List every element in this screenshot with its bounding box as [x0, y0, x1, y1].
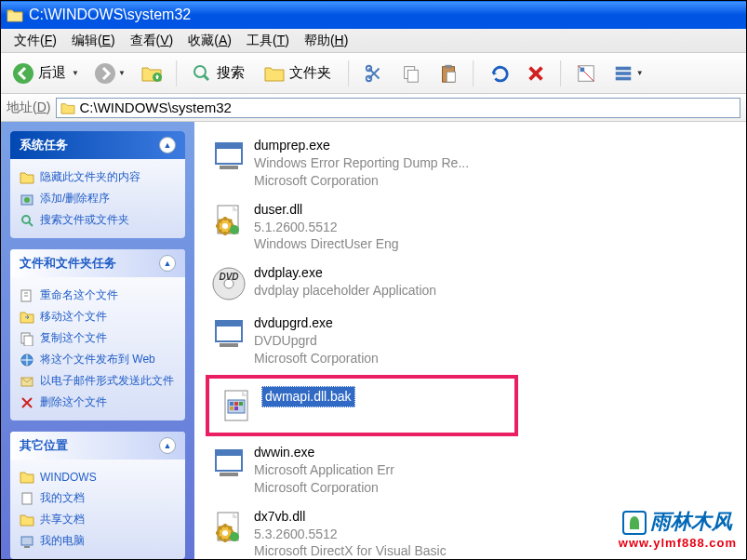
address-bar: 地址(D) C:\WINDOWS\system32 — [1, 94, 746, 122]
file-name: dwwin.exe — [254, 444, 394, 461]
paste-button[interactable] — [432, 59, 465, 88]
menu-file[interactable]: 文件(F) — [7, 31, 64, 51]
file-description: Windows Error Reporting Dump Re... — [254, 154, 469, 172]
search-button[interactable]: 搜索 — [185, 59, 254, 88]
folders-label: 文件夹 — [289, 64, 331, 82]
panel-header[interactable]: 文件和文件夹任务 ▲ — [10, 249, 185, 277]
task-add-remove-programs[interactable]: 添加/删除程序 — [20, 188, 176, 209]
task-rename[interactable]: 重命名这个文件 — [20, 285, 176, 306]
file-description: dvdplay placeholder Application — [254, 282, 436, 300]
svg-point-32 — [222, 223, 228, 229]
window-title: C:\WINDOWS\system32 — [29, 7, 191, 23]
svg-rect-39 — [220, 343, 238, 347]
task-move[interactable]: 移动这个文件 — [20, 306, 176, 327]
undo-button[interactable] — [482, 59, 515, 88]
file-icon — [209, 201, 248, 240]
file-company: Microsoft Corporation — [254, 479, 394, 497]
svg-rect-45 — [230, 407, 233, 410]
back-button[interactable]: 后退 ▼ — [7, 59, 85, 88]
panel-header[interactable]: 其它位置 ▲ — [10, 432, 185, 460]
file-info: dvdupgrd.exe DVDUpgrd Microsoft Corporat… — [254, 314, 379, 367]
file-item[interactable]: dwmapi.dll.bak — [213, 382, 511, 429]
views-icon — [612, 62, 634, 85]
panel-file-tasks: 文件和文件夹任务 ▲ 重命名这个文件 移动这个文件 复制这个文件 将这个文件发布… — [10, 249, 185, 420]
address-path: C:\WINDOWS\system32 — [79, 100, 231, 115]
panel-title: 其它位置 — [20, 437, 68, 454]
chevron-down-icon: ▼ — [636, 69, 644, 77]
panel-system-tasks: 系统任务 ▲ 隐藏此文件夹的内容 添加/删除程序 搜索文件或文件夹 — [10, 131, 185, 238]
task-hide-contents[interactable]: 隐藏此文件夹的内容 — [20, 167, 176, 188]
svg-rect-14 — [616, 72, 632, 75]
scissors-icon — [363, 62, 385, 85]
place-windows[interactable]: WINDOWS — [20, 467, 176, 487]
file-item[interactable]: DVD dvdplay.exe dvdplay placeholder Appl… — [206, 260, 503, 307]
delete-button[interactable] — [519, 59, 553, 88]
file-icon — [209, 137, 248, 176]
file-item[interactable]: dumprep.exe Windows Error Reporting Dump… — [206, 133, 503, 193]
file-list-pane[interactable]: dumprep.exe Windows Error Reporting Dump… — [194, 122, 746, 559]
file-item[interactable]: dvdupgrd.exe DVDUpgrd Microsoft Corporat… — [206, 311, 503, 371]
file-description: 5.1.2600.5512 — [254, 219, 399, 236]
address-input[interactable]: C:\WINDOWS\system32 — [56, 98, 740, 118]
properties-button[interactable] — [569, 59, 603, 88]
file-description: 5.3.2600.5512 — [254, 526, 447, 543]
menu-tools[interactable]: 工具(T) — [239, 31, 297, 51]
menu-view[interactable]: 查看(V) — [123, 31, 181, 51]
place-shared-docs[interactable]: 共享文档 — [20, 509, 176, 530]
file-item[interactable]: duser.dll 5.1.2600.5512 Windows DirectUs… — [206, 197, 503, 258]
menu-edit[interactable]: 编辑(E) — [64, 31, 123, 51]
menu-help[interactable]: 帮助(H) — [297, 31, 355, 51]
up-button[interactable] — [135, 59, 168, 88]
svg-rect-42 — [230, 402, 233, 406]
file-item[interactable]: dx7vb.dll 5.3.2600.5512 Microsoft Direct… — [206, 504, 503, 559]
file-description: DVDUpgrd — [254, 332, 379, 350]
svg-point-52 — [222, 530, 228, 536]
file-info: dumprep.exe Windows Error Reporting Dump… — [254, 137, 469, 190]
svg-rect-26 — [24, 546, 30, 548]
task-copy[interactable]: 复制这个文件 — [20, 327, 176, 349]
file-info: duser.dll 5.1.2600.5512 Windows DirectUs… — [254, 201, 399, 254]
collapse-icon[interactable]: ▲ — [159, 255, 176, 272]
toolbar-separator — [348, 60, 350, 87]
title-bar: C:\WINDOWS\system32 — [1, 1, 746, 29]
sidebar: 系统任务 ▲ 隐藏此文件夹的内容 添加/删除程序 搜索文件或文件夹 文件和文件夹… — [1, 122, 194, 559]
collapse-icon[interactable]: ▲ — [159, 137, 176, 153]
delete-x-icon — [525, 62, 547, 85]
forward-button[interactable]: ▼ — [88, 59, 131, 88]
task-search-files[interactable]: 搜索文件或文件夹 — [20, 209, 176, 231]
task-delete[interactable]: 删除这个文件 — [20, 392, 176, 413]
svg-rect-9 — [445, 64, 451, 68]
file-name: dumprep.exe — [254, 137, 469, 154]
copy-button[interactable] — [394, 59, 428, 88]
task-publish-web[interactable]: 将这个文件发布到 Web — [20, 349, 176, 370]
cut-button[interactable] — [357, 59, 391, 88]
svg-rect-24 — [22, 493, 32, 504]
task-email[interactable]: 以电子邮件形式发送此文件 — [20, 370, 176, 392]
views-button[interactable]: ▼ — [607, 59, 649, 88]
back-icon — [12, 62, 34, 85]
file-name: dx7vb.dll — [254, 508, 447, 526]
toolbar-separator — [473, 60, 474, 87]
place-my-documents[interactable]: 我的文档 — [20, 487, 176, 509]
panel-other-places: 其它位置 ▲ WINDOWS 我的文档 共享文档 我的电脑 — [10, 432, 185, 559]
file-icon — [217, 386, 256, 425]
panel-header[interactable]: 系统任务 ▲ — [10, 131, 185, 159]
file-icon — [209, 314, 248, 353]
place-my-computer[interactable]: 我的电脑 — [20, 530, 176, 552]
svg-rect-13 — [616, 66, 632, 70]
svg-point-17 — [24, 197, 30, 203]
panel-title: 文件和文件夹任务 — [20, 255, 116, 272]
chevron-down-icon: ▼ — [72, 69, 79, 77]
folders-button[interactable]: 文件夹 — [258, 59, 340, 88]
svg-rect-25 — [21, 537, 33, 545]
chevron-down-icon: ▼ — [118, 69, 126, 77]
file-name: dvdupgrd.exe — [254, 314, 379, 332]
svg-rect-21 — [24, 336, 33, 346]
menu-favorites[interactable]: 收藏(A) — [180, 31, 239, 51]
svg-point-18 — [22, 216, 30, 223]
back-label: 后退 — [38, 64, 66, 82]
svg-rect-49 — [220, 473, 238, 476]
collapse-icon[interactable]: ▲ — [159, 437, 176, 454]
svg-rect-48 — [216, 450, 242, 456]
file-item[interactable]: dwwin.exe Microsoft Application Err Micr… — [206, 440, 503, 500]
